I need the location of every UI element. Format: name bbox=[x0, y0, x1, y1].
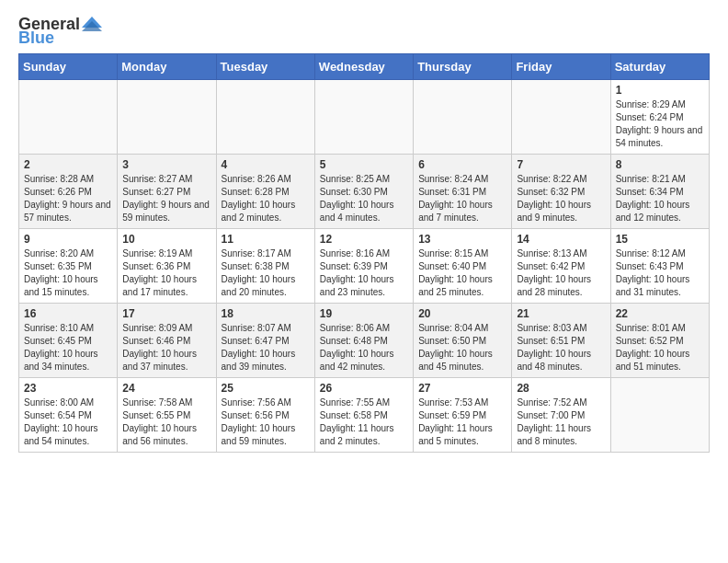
calendar-cell: 16Sunrise: 8:10 AM Sunset: 6:45 PM Dayli… bbox=[19, 304, 118, 378]
calendar-cell: 12Sunrise: 8:16 AM Sunset: 6:39 PM Dayli… bbox=[314, 229, 413, 304]
day-info: Sunrise: 8:27 AM Sunset: 6:27 PM Dayligh… bbox=[122, 173, 210, 224]
day-info: Sunrise: 8:15 AM Sunset: 6:40 PM Dayligh… bbox=[418, 247, 506, 299]
day-info: Sunrise: 7:55 AM Sunset: 6:58 PM Dayligh… bbox=[320, 396, 408, 448]
week-row-0: 1Sunrise: 8:29 AM Sunset: 6:24 PM Daylig… bbox=[19, 80, 710, 155]
day-number: 11 bbox=[222, 233, 310, 246]
calendar-cell bbox=[414, 80, 512, 155]
calendar-cell: 23Sunrise: 8:00 AM Sunset: 6:54 PM Dayli… bbox=[19, 378, 118, 453]
week-row-3: 16Sunrise: 8:10 AM Sunset: 6:45 PM Dayli… bbox=[19, 304, 710, 378]
day-info: Sunrise: 8:20 AM Sunset: 6:35 PM Dayligh… bbox=[24, 247, 112, 299]
weekday-header-saturday: Saturday bbox=[610, 54, 709, 80]
day-number: 19 bbox=[320, 307, 408, 320]
day-info: Sunrise: 8:03 AM Sunset: 6:51 PM Dayligh… bbox=[517, 322, 605, 373]
day-number: 22 bbox=[616, 307, 704, 320]
calendar-cell bbox=[512, 80, 610, 155]
day-number: 15 bbox=[616, 233, 704, 246]
day-number: 1 bbox=[616, 84, 704, 97]
day-number: 23 bbox=[24, 382, 112, 395]
calendar-cell bbox=[314, 80, 413, 155]
day-number: 20 bbox=[418, 307, 506, 320]
week-row-1: 2Sunrise: 8:28 AM Sunset: 6:26 PM Daylig… bbox=[19, 155, 710, 229]
weekday-header-sunday: Sunday bbox=[19, 54, 118, 80]
day-number: 26 bbox=[320, 382, 408, 395]
day-number: 6 bbox=[418, 158, 506, 171]
calendar-cell: 28Sunrise: 7:52 AM Sunset: 7:00 PM Dayli… bbox=[512, 378, 610, 453]
calendar-cell: 13Sunrise: 8:15 AM Sunset: 6:40 PM Dayli… bbox=[414, 229, 512, 304]
day-info: Sunrise: 8:22 AM Sunset: 6:32 PM Dayligh… bbox=[517, 173, 605, 224]
weekday-header-tuesday: Tuesday bbox=[216, 54, 314, 80]
day-info: Sunrise: 8:09 AM Sunset: 6:46 PM Dayligh… bbox=[122, 322, 210, 373]
weekday-header-wednesday: Wednesday bbox=[314, 54, 413, 80]
day-number: 12 bbox=[320, 233, 408, 246]
week-row-2: 9Sunrise: 8:20 AM Sunset: 6:35 PM Daylig… bbox=[19, 229, 710, 304]
day-info: Sunrise: 8:00 AM Sunset: 6:54 PM Dayligh… bbox=[24, 396, 112, 448]
day-number: 9 bbox=[24, 233, 112, 246]
day-number: 18 bbox=[222, 307, 310, 320]
calendar-cell: 5Sunrise: 8:25 AM Sunset: 6:30 PM Daylig… bbox=[314, 155, 413, 229]
calendar-cell bbox=[118, 80, 216, 155]
day-info: Sunrise: 7:58 AM Sunset: 6:55 PM Dayligh… bbox=[122, 396, 210, 448]
day-number: 5 bbox=[320, 158, 408, 171]
day-info: Sunrise: 8:07 AM Sunset: 6:47 PM Dayligh… bbox=[222, 322, 310, 373]
calendar-cell: 11Sunrise: 8:17 AM Sunset: 6:38 PM Dayli… bbox=[216, 229, 314, 304]
day-info: Sunrise: 8:16 AM Sunset: 6:39 PM Dayligh… bbox=[320, 247, 408, 299]
calendar-cell: 15Sunrise: 8:12 AM Sunset: 6:43 PM Dayli… bbox=[610, 229, 709, 304]
calendar-cell: 17Sunrise: 8:09 AM Sunset: 6:46 PM Dayli… bbox=[118, 304, 216, 378]
header: General Blue bbox=[18, 15, 710, 46]
day-info: Sunrise: 8:24 AM Sunset: 6:31 PM Dayligh… bbox=[418, 173, 506, 224]
day-info: Sunrise: 8:28 AM Sunset: 6:26 PM Dayligh… bbox=[24, 173, 112, 224]
calendar-cell bbox=[610, 378, 709, 453]
weekday-header-friday: Friday bbox=[512, 54, 610, 80]
day-number: 17 bbox=[122, 307, 210, 320]
day-number: 28 bbox=[517, 382, 605, 395]
day-number: 24 bbox=[122, 382, 210, 395]
calendar-cell: 18Sunrise: 8:07 AM Sunset: 6:47 PM Dayli… bbox=[216, 304, 314, 378]
calendar-cell: 21Sunrise: 8:03 AM Sunset: 6:51 PM Dayli… bbox=[512, 304, 610, 378]
day-number: 14 bbox=[517, 233, 605, 246]
calendar-page: General Blue SundayMondayTuesdayWednesda… bbox=[0, 0, 728, 563]
logo-blue: Blue bbox=[18, 29, 54, 46]
day-info: Sunrise: 7:56 AM Sunset: 6:56 PM Dayligh… bbox=[222, 396, 310, 448]
week-row-4: 23Sunrise: 8:00 AM Sunset: 6:54 PM Dayli… bbox=[19, 378, 710, 453]
day-info: Sunrise: 8:10 AM Sunset: 6:45 PM Dayligh… bbox=[24, 322, 112, 373]
day-info: Sunrise: 8:06 AM Sunset: 6:48 PM Dayligh… bbox=[320, 322, 408, 373]
calendar-cell bbox=[19, 80, 118, 155]
calendar-cell: 19Sunrise: 8:06 AM Sunset: 6:48 PM Dayli… bbox=[314, 304, 413, 378]
calendar-cell: 27Sunrise: 7:53 AM Sunset: 6:59 PM Dayli… bbox=[414, 378, 512, 453]
calendar-cell: 14Sunrise: 8:13 AM Sunset: 6:42 PM Dayli… bbox=[512, 229, 610, 304]
day-info: Sunrise: 8:04 AM Sunset: 6:50 PM Dayligh… bbox=[418, 322, 506, 373]
day-number: 8 bbox=[616, 158, 704, 171]
day-info: Sunrise: 8:12 AM Sunset: 6:43 PM Dayligh… bbox=[616, 247, 704, 299]
day-number: 2 bbox=[24, 158, 112, 171]
calendar-cell: 20Sunrise: 8:04 AM Sunset: 6:50 PM Dayli… bbox=[414, 304, 512, 378]
day-info: Sunrise: 8:19 AM Sunset: 6:36 PM Dayligh… bbox=[122, 247, 210, 299]
day-info: Sunrise: 8:29 AM Sunset: 6:24 PM Dayligh… bbox=[616, 98, 704, 150]
calendar-cell: 7Sunrise: 8:22 AM Sunset: 6:32 PM Daylig… bbox=[512, 155, 610, 229]
day-number: 7 bbox=[517, 158, 605, 171]
calendar-cell: 9Sunrise: 8:20 AM Sunset: 6:35 PM Daylig… bbox=[19, 229, 118, 304]
calendar-cell: 10Sunrise: 8:19 AM Sunset: 6:36 PM Dayli… bbox=[118, 229, 216, 304]
day-number: 16 bbox=[24, 307, 112, 320]
weekday-header-row: SundayMondayTuesdayWednesdayThursdayFrid… bbox=[19, 54, 710, 80]
day-number: 21 bbox=[517, 307, 605, 320]
day-info: Sunrise: 7:52 AM Sunset: 7:00 PM Dayligh… bbox=[517, 396, 605, 448]
day-info: Sunrise: 7:53 AM Sunset: 6:59 PM Dayligh… bbox=[418, 396, 506, 448]
calendar-cell: 24Sunrise: 7:58 AM Sunset: 6:55 PM Dayli… bbox=[118, 378, 216, 453]
day-info: Sunrise: 8:25 AM Sunset: 6:30 PM Dayligh… bbox=[320, 173, 408, 224]
logo: General Blue bbox=[18, 15, 102, 46]
day-number: 4 bbox=[222, 158, 310, 171]
day-info: Sunrise: 8:13 AM Sunset: 6:42 PM Dayligh… bbox=[517, 247, 605, 299]
day-info: Sunrise: 8:21 AM Sunset: 6:34 PM Dayligh… bbox=[616, 173, 704, 224]
calendar-cell: 6Sunrise: 8:24 AM Sunset: 6:31 PM Daylig… bbox=[414, 155, 512, 229]
calendar-cell bbox=[216, 80, 314, 155]
calendar-cell: 26Sunrise: 7:55 AM Sunset: 6:58 PM Dayli… bbox=[314, 378, 413, 453]
calendar-cell: 1Sunrise: 8:29 AM Sunset: 6:24 PM Daylig… bbox=[610, 80, 709, 155]
day-number: 27 bbox=[418, 382, 506, 395]
calendar-cell: 4Sunrise: 8:26 AM Sunset: 6:28 PM Daylig… bbox=[216, 155, 314, 229]
calendar-table: SundayMondayTuesdayWednesdayThursdayFrid… bbox=[18, 53, 710, 453]
day-number: 10 bbox=[122, 233, 210, 246]
calendar-cell: 22Sunrise: 8:01 AM Sunset: 6:52 PM Dayli… bbox=[610, 304, 709, 378]
day-number: 13 bbox=[418, 233, 506, 246]
logo-icon bbox=[82, 13, 102, 33]
calendar-cell: 3Sunrise: 8:27 AM Sunset: 6:27 PM Daylig… bbox=[118, 155, 216, 229]
